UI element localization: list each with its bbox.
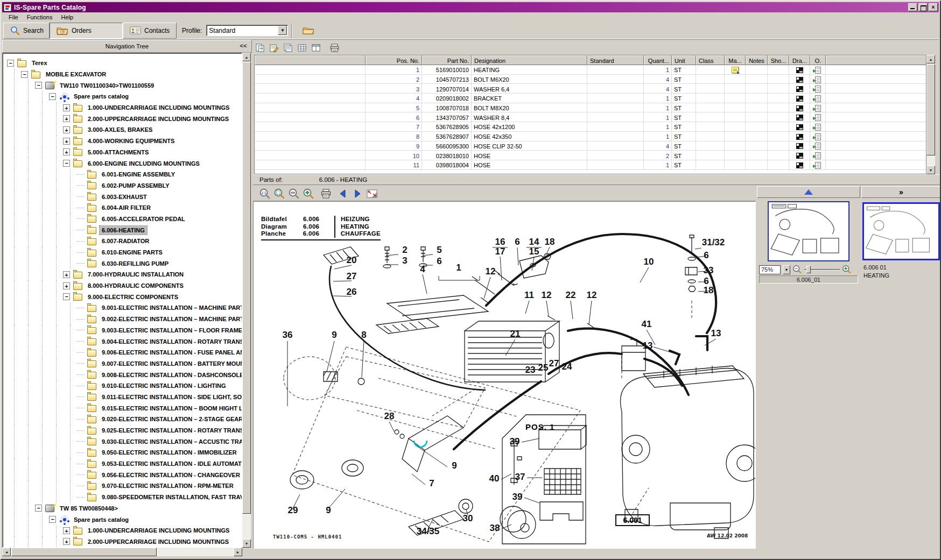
part-callout[interactable]: 2 [402,245,407,255]
table-row[interactable]: 15169010010HEATING1ST [255,65,926,75]
profile-dropdown-button[interactable]: ▼ [278,26,287,35]
table-row[interactable]: 75367628905HOSE 42x12001ST [255,122,926,132]
nav-collapse-button[interactable]: << [238,42,249,51]
table-row[interactable]: 100238018010HOSE2ST [255,151,926,160]
diagram-canvas[interactable]: 20272623564112161761415181031/3263361811… [253,201,756,549]
part-callout[interactable]: 6 [437,256,441,266]
part-callout[interactable]: 31/32 [702,237,725,247]
part-callout[interactable]: 30 [463,513,473,523]
part-callout[interactable]: 12 [542,290,552,300]
column-header[interactable]: Ma... [725,55,746,65]
tree-expander[interactable]: − [35,82,42,89]
print-diagram-button[interactable] [320,187,332,200]
column-header[interactable]: Notes [746,55,768,65]
tree-expander[interactable]: + [63,138,70,145]
column-header[interactable]: Class [696,55,725,65]
order-doc-icon[interactable] [815,105,821,112]
part-callout[interactable]: 12 [486,266,496,277]
next-diagram-button[interactable] [351,187,363,200]
tree-item[interactable]: −9.000-ELECTRIC COMPONENTS [3,291,242,302]
drawing-icon[interactable] [796,105,803,111]
order-doc-icon[interactable] [815,95,821,102]
tree-item[interactable]: 9.025-ELECTRIC INSTALLATION - ROTARY TRA… [3,425,242,436]
table-vscroll-thumb[interactable] [926,64,935,155]
grid-view-button[interactable] [296,42,308,54]
part-callout[interactable]: 13 [711,328,721,338]
part-callout[interactable]: 12 [587,290,597,300]
part-callout[interactable]: 39 [512,492,523,502]
tree-item[interactable]: 6.030-REFILLING PUMP [3,258,242,269]
order-doc-icon[interactable] [815,114,821,121]
tree-expander[interactable]: + [63,148,70,155]
table-row[interactable]: 61343707057WASHER 8,41ST [255,112,926,122]
tree-scroll-right[interactable]: ► [234,548,242,556]
column-header[interactable]: Part No. [422,55,472,65]
order-doc-icon[interactable] [815,67,821,74]
column-header[interactable]: Quant... [644,55,672,65]
part-callout[interactable]: 23 [525,365,536,375]
part-callout[interactable]: 4 [420,264,425,274]
table-vscrollbar[interactable]: ▲ ▼ [926,55,935,174]
menu-help[interactable]: Help [57,13,77,21]
zoom-actual-size-button[interactable]: 1:1 [258,187,271,200]
tree-item[interactable]: 9.053-ELECTRIC INSTALLATION - IDLE AUTOM… [3,458,242,470]
tree-item[interactable]: +4.000-WORKING EQUIPMENTS [3,136,242,147]
tree-expander[interactable]: − [7,60,14,67]
column-header[interactable]: Sho... [768,55,789,65]
tree-item[interactable]: 9.004-ELECTRIC INSTALLATION - ROTARY TRA… [3,336,242,347]
tree-expander[interactable]: + [63,282,70,289]
expand-panel-button[interactable]: » [861,186,941,198]
part-callout[interactable]: 11 [524,290,534,300]
part-callout[interactable]: 18 [545,237,555,247]
table-row[interactable]: 40209018002BRACKET1ST [255,94,926,103]
column-header[interactable] [826,55,926,65]
column-header[interactable]: Designation [472,55,587,65]
tree-item[interactable]: 9.011-ELECTRIC INSTALLATION - SIDE LIGHT… [3,392,242,403]
part-callout[interactable]: 8 [361,330,366,340]
tree-item[interactable]: −Terex [3,58,242,69]
menu-functions[interactable]: Functions [23,13,57,21]
drawing-icon[interactable] [796,67,803,73]
export-table-button[interactable] [254,42,266,54]
search-button[interactable]: Search [3,23,50,39]
profile-select[interactable]: Standard ▼ [206,25,288,36]
tree-item[interactable]: +1.000-UNDERCARRIAGE INCLUDING MOUNTINGS [3,525,242,536]
part-callout[interactable]: 39 [510,436,520,446]
part-callout[interactable]: 36 [283,330,293,340]
collapse-thumbnails-button[interactable] [757,186,860,198]
part-callout[interactable]: 1 [456,263,461,273]
part-callout[interactable]: 7 [429,478,434,488]
part-callout[interactable]: 28 [384,411,395,421]
tree-item[interactable]: 9.008-ELECTRIC INSTALLATION - DASHCONSOL… [3,369,242,380]
part-callout[interactable]: 14 [529,237,539,247]
tree-vscrollbar[interactable]: ▲ ▼ [242,53,251,548]
part-callout[interactable]: 21 [510,329,521,339]
tree-item[interactable]: −Spare parts catalog [3,91,242,102]
tree-expander[interactable]: − [49,93,56,100]
part-callout[interactable]: 10 [644,257,654,267]
tree-expander[interactable]: − [63,160,70,167]
part-callout[interactable]: 5 [437,245,441,255]
drawing-icon[interactable] [796,115,803,120]
tree-item[interactable]: 9.070-ELECTRIC INSTALLATION - RPM-METER [3,480,242,492]
table-scroll-down[interactable]: ▼ [926,166,935,174]
part-callout[interactable]: 37 [515,472,525,482]
tree-hscrollbar[interactable]: ◄ ► [2,548,242,556]
part-callout[interactable]: 29 [288,505,298,515]
tree-item[interactable]: +3.000-AXLES, BRAKES [3,124,242,136]
part-callout[interactable]: 38 [490,523,500,533]
order-doc-icon[interactable] [815,133,821,140]
zoom-in-button[interactable] [302,187,314,200]
menu-file[interactable]: File [5,13,22,21]
table-row[interactable]: 110398018004HOSE1ST [255,160,926,170]
tree-item[interactable]: 9.001-ELECTRIC INSTALLATION – MACHINE PA… [3,302,242,314]
tree-item[interactable]: −TW110 TW01100340>TW01100559 [3,80,242,91]
tree-item[interactable]: 6.006-HEATING [3,224,242,236]
drawing-icon[interactable] [796,143,803,149]
part-callout[interactable]: 16 [495,237,505,247]
minimize-button[interactable] [908,3,917,11]
tree-item[interactable]: −Spare parts catalog [3,514,242,525]
order-doc-icon[interactable] [815,152,821,159]
column-header[interactable]: Standard [587,55,644,65]
table-row[interactable]: 21045707213BOLT M6X204ST [255,75,926,84]
